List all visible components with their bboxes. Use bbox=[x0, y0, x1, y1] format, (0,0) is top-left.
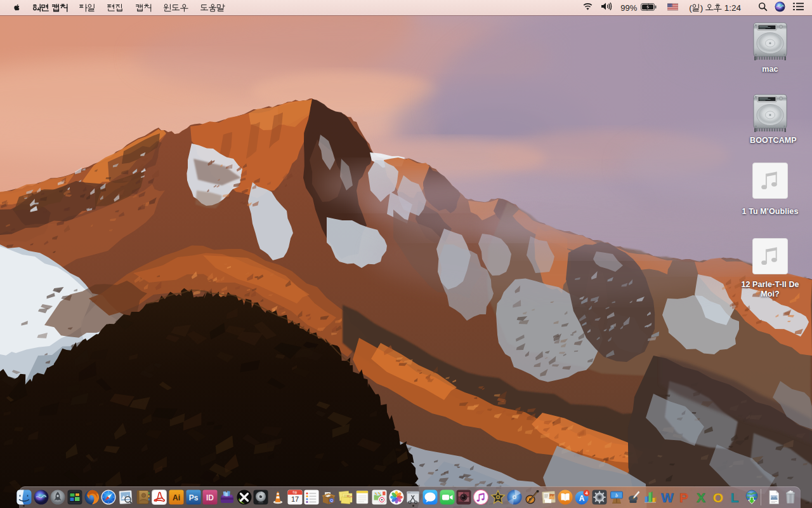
svg-text:ID: ID bbox=[206, 493, 214, 502]
svg-text:X: X bbox=[697, 490, 705, 505]
svg-text:Ps: Ps bbox=[188, 493, 198, 502]
svg-text:P: P bbox=[679, 490, 688, 505]
svg-text:b: b bbox=[615, 493, 618, 498]
svg-text:W: W bbox=[661, 490, 674, 505]
svg-text:L: L bbox=[731, 490, 739, 505]
svg-text:Plans: Plans bbox=[347, 495, 353, 498]
svg-text:A: A bbox=[579, 494, 585, 503]
svg-text:Q: Q bbox=[330, 498, 333, 502]
svg-text:6월: 6월 bbox=[292, 491, 297, 494]
svg-text:O: O bbox=[712, 490, 723, 505]
svg-text:17: 17 bbox=[291, 495, 299, 503]
svg-text:Ai: Ai bbox=[173, 493, 180, 502]
